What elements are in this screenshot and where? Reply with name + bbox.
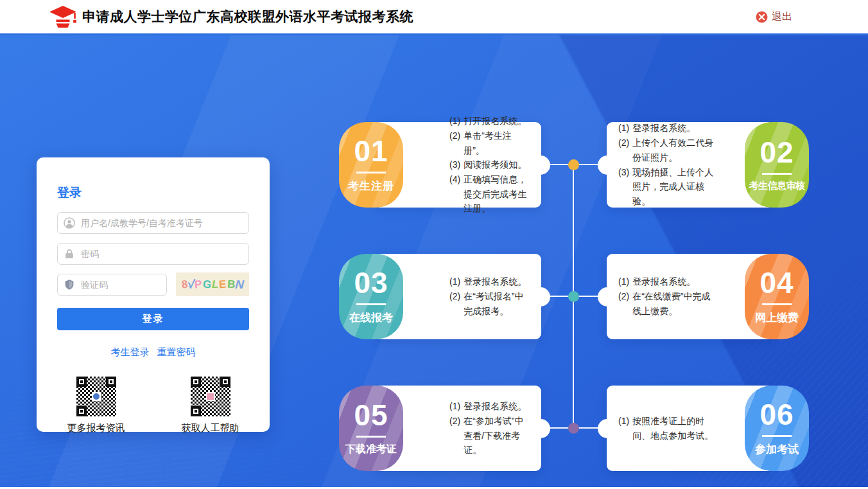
badge-number: 05 [354, 400, 388, 430]
qr-label: 更多报考资讯 [67, 422, 125, 434]
flow-badge-06: 06 参加考试 [745, 386, 809, 471]
user-icon [64, 217, 75, 229]
logout-label: 退出 [772, 10, 792, 24]
badge-number: 01 [354, 136, 388, 166]
step-text: 按照准考证上的时间、地点参加考试。 [632, 414, 715, 443]
qr-item-help: 获取人工帮助 [182, 377, 239, 434]
captcha-field [57, 274, 167, 296]
qr-item-info: 更多报考资讯 [67, 377, 125, 434]
password-input[interactable] [57, 243, 249, 265]
connector-dot-1 [568, 159, 579, 170]
reset-password-link[interactable]: 重置密码 [157, 346, 196, 357]
step-text: 打开报名系统。 [464, 114, 526, 129]
badge-title: 在线报考 [349, 310, 393, 325]
step-text: 登录报名系统。 [464, 399, 526, 414]
badge-number: 06 [759, 400, 794, 429]
qr-finder [76, 377, 87, 387]
captcha-char: P [195, 278, 203, 291]
step-text: 单击“考生注册”。 [464, 129, 528, 157]
student-login-link[interactable]: 考生登录 [110, 346, 149, 357]
step-text: 在“在线缴费”中完成线上缴费。 [632, 289, 715, 318]
badge-divider [356, 436, 386, 438]
flow-badge-03: 03 在线报考 [339, 254, 403, 339]
step-text: 现场拍摄、上传个人照片，完成人证核验。 [632, 165, 715, 209]
flow-badge-01: 01 考生注册 [339, 122, 403, 208]
qr-finder [76, 406, 87, 416]
login-links: 考生登录 重置密码 [57, 346, 249, 359]
lock-icon [64, 248, 75, 260]
qr-center-logo [92, 392, 101, 401]
qr-center-logo [206, 392, 215, 401]
qr-finder [220, 377, 230, 387]
badge-number: 03 [354, 268, 388, 298]
flow-card-05: (1)登录报名系统。 (2)在“参加考试”中查看/下载准考证。 05 下载准考证 [339, 386, 541, 471]
flow-card-04: (1)登录报名系统。 (2)在“在线缴费”中完成线上缴费。 04 网上缴费 [607, 254, 809, 339]
badge-divider [356, 303, 386, 305]
badge-divider [762, 303, 792, 305]
flow-badge-02: 02 考生信息审核 [745, 122, 809, 208]
exam-registration-page: 申请成人学士学位广东高校联盟外语水平考试报考系统 退出 登录 [0, 0, 868, 489]
login-button[interactable]: 登录 [57, 308, 249, 330]
badge-title: 考生注册 [348, 179, 394, 193]
qr-code-more-info [76, 377, 116, 416]
login-title: 登录 [57, 184, 249, 201]
step-text: 登录报名系统。 [464, 274, 526, 289]
username-row [57, 212, 249, 234]
badge-number: 02 [759, 138, 794, 167]
qr-finder [191, 406, 201, 416]
graduation-cap-icon [48, 4, 78, 31]
flow-card-01: (1)打开报名系统。 (2)单击“考生注册”。 (3)阅读报考须知。 (4)正确… [339, 122, 541, 208]
username-input[interactable] [57, 212, 249, 234]
step-text: 在“参加考试”中查看/下载准考证。 [464, 414, 528, 458]
badge-title: 下载准考证 [345, 443, 397, 456]
badge-number: 04 [759, 268, 794, 298]
login-card: 登录 8 [37, 157, 270, 432]
badge-divider [356, 172, 386, 173]
flow-card-03: (1)登录报名系统。 (2)在“考试报名”中完成报考。 03 在线报考 [339, 254, 541, 339]
step-text: 正确填写信息，提交后完成考生注册。 [464, 172, 528, 216]
badge-divider [762, 435, 792, 437]
badge-divider [762, 173, 792, 175]
header-bar: 申请成人学士学位广东高校联盟外语水平考试报考系统 退出 [0, 0, 868, 35]
flow-card-02: (1)登录报名系统。 (2)上传个人有效二代身份证照片。 (3)现场拍摄、上传个… [607, 122, 809, 208]
step-text: 在“考试报名”中完成报考。 [464, 289, 528, 318]
connector-dot-3 [568, 423, 579, 434]
page-title: 申请成人学士学位广东高校联盟外语水平考试报考系统 [82, 0, 413, 33]
flow-card-06: (1)按照准考证上的时间、地点参加考试。 06 参加考试 [607, 386, 809, 471]
flow-badge-05: 05 下载准考证 [339, 386, 403, 471]
qr-finder [191, 377, 201, 387]
connector-dot-2 [568, 291, 579, 302]
flow-badge-04: 04 网上缴费 [745, 254, 809, 339]
captcha-image[interactable]: 8 √ P G L E B N [176, 272, 249, 296]
badge-title: 网上缴费 [755, 310, 799, 325]
close-circle-icon [756, 11, 768, 23]
badge-title: 考生信息审核 [749, 180, 805, 192]
step-text: 上传个人有效二代身份证照片。 [632, 136, 715, 164]
shield-icon [64, 279, 75, 290]
qr-finder [106, 377, 116, 387]
qr-code-help [191, 377, 230, 416]
badge-title: 参加考试 [755, 442, 799, 457]
step-text: 阅读报考须知。 [464, 157, 526, 172]
password-row [57, 243, 249, 265]
step-text: 登录报名系统。 [632, 121, 695, 136]
qr-row: 更多报考资讯 获取人工帮助 [57, 377, 249, 434]
qr-label: 获取人工帮助 [182, 422, 239, 434]
captcha-char: E [219, 278, 227, 291]
captcha-row: 8 √ P G L E B N [57, 274, 249, 296]
step-text: 登录报名系统。 [632, 274, 695, 289]
logout-button[interactable]: 退出 [756, 0, 792, 33]
